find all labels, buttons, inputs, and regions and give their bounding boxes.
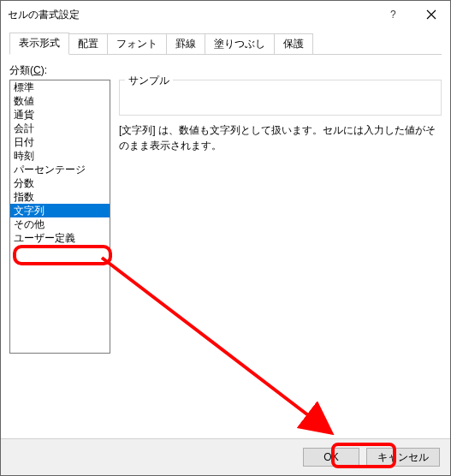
format-cells-dialog: セルの書式設定 ? 表示形式 配置 フォント 罫線 塗りつぶし 保護 分類(C)… xyxy=(0,0,451,476)
tab-strip: 表示形式 配置 フォント 罫線 塗りつぶし 保護 xyxy=(9,35,442,54)
category-item[interactable]: 数値 xyxy=(10,94,110,108)
dialog-footer: OK キャンセル xyxy=(1,438,450,475)
category-item[interactable]: その他 xyxy=(10,217,110,231)
category-item[interactable]: ユーザー定義 xyxy=(10,231,110,245)
category-item[interactable]: 分数 xyxy=(10,176,110,190)
format-description: [文字列] は、数値も文字列として扱います。セルには入力した値がそのまま表示され… xyxy=(119,122,442,153)
category-item[interactable]: 指数 xyxy=(10,190,110,204)
tab-border[interactable]: 罫線 xyxy=(166,33,205,54)
titlebar: セルの書式設定 ? xyxy=(1,1,450,28)
sample-box: サンプル xyxy=(119,80,442,116)
svg-text:?: ? xyxy=(390,9,396,20)
category-item[interactable]: 時刻 xyxy=(10,149,110,163)
cancel-button[interactable]: キャンセル xyxy=(366,448,440,467)
tab-fill[interactable]: 塗りつぶし xyxy=(205,33,275,54)
right-pane: サンプル [文字列] は、数値も文字列として扱います。セルには入力した値がそのま… xyxy=(119,80,442,430)
category-item[interactable]: 日付 xyxy=(10,135,110,149)
ok-button[interactable]: OK xyxy=(303,448,359,467)
category-item[interactable]: 会計 xyxy=(10,122,110,135)
tab-protection[interactable]: 保護 xyxy=(274,33,313,54)
body-row: 標準数値通貨会計日付時刻パーセンテージ分数指数文字列その他ユーザー定義 サンプル… xyxy=(9,80,442,430)
sample-label: サンプル xyxy=(125,74,173,88)
window-title: セルの書式設定 xyxy=(8,8,373,22)
close-button[interactable] xyxy=(412,1,450,28)
tab-panel: 分類(C): 標準数値通貨会計日付時刻パーセンテージ分数指数文字列その他ユーザー… xyxy=(9,54,442,430)
category-listbox[interactable]: 標準数値通貨会計日付時刻パーセンテージ分数指数文字列その他ユーザー定義 xyxy=(9,80,110,354)
category-item[interactable]: 標準 xyxy=(10,80,110,94)
tab-number-format[interactable]: 表示形式 xyxy=(9,33,69,55)
help-button[interactable]: ? xyxy=(373,1,412,28)
category-item[interactable]: パーセンテージ xyxy=(10,163,110,176)
dialog-content: 表示形式 配置 フォント 罫線 塗りつぶし 保護 分類(C): 標準数値通貨会計… xyxy=(1,28,450,438)
tab-font[interactable]: フォント xyxy=(107,33,167,54)
category-item[interactable]: 文字列 xyxy=(10,204,110,217)
category-label: 分類(C): xyxy=(9,63,442,78)
category-item[interactable]: 通貨 xyxy=(10,108,110,122)
tab-alignment[interactable]: 配置 xyxy=(68,33,108,54)
